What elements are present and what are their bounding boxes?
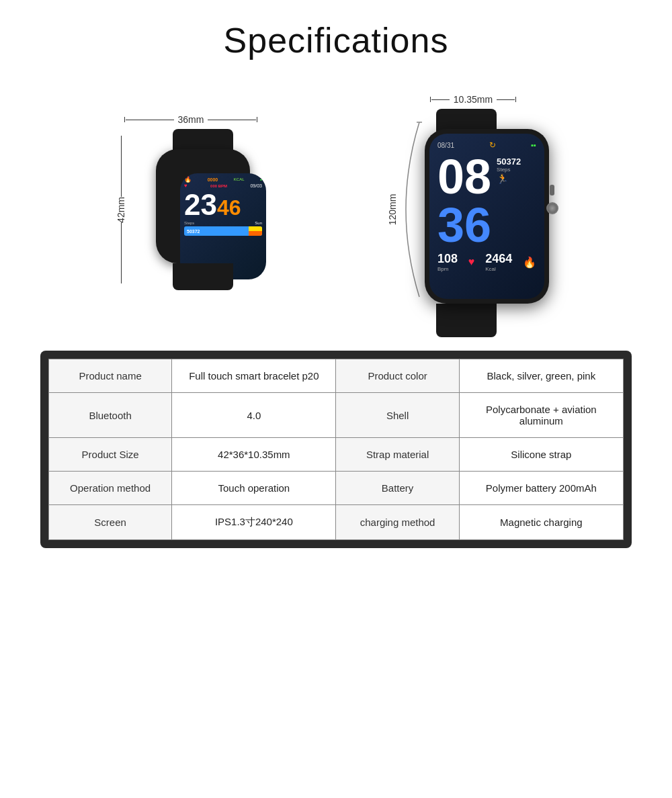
watch-front: 🔥 0000 KCAL ▪ ♥ 000 BPM 09/03 [136,129,270,290]
yellow-bar [249,226,262,236]
screen-row1: 🔥 0000 KCAL ▪ [184,176,262,183]
kcal-stat: 2464 Kcal [485,252,512,272]
spec-label-1: Product Size [49,438,172,472]
run-icon: 🏃 [497,173,508,184]
table-row: Operation methodTouch operationBatteryPo… [49,472,624,505]
tick-dr [515,97,516,102]
spec-value-1: 4.0 [172,393,336,438]
specs-table-container: Product nameFull touch smart bracelet p2… [40,351,632,548]
steps-label: Steps [184,221,194,225]
screen-time: 23 46 [184,190,262,220]
tick-right [257,117,257,122]
specs-section: Product nameFull touch smart bracelet p2… [27,351,645,548]
side-status-row: 08/31 ↻ ▪▪ [437,140,536,150]
side-steps-val: 50372 [497,157,521,167]
watch-left-container: 36mm 42mm [112,114,270,290]
table-row: ScreenIPS1.3寸240*240charging methodMagne… [49,505,624,540]
date-val: 09/03 [250,183,262,188]
battery-icon: ▪ [260,177,262,183]
spec-label-1: Bluetooth [49,393,172,438]
spec-value-2: Silicone strap [459,438,623,472]
side-date: 08/31 [437,142,454,149]
kcal-label: Kcal [485,266,512,272]
watch-with-side-dim: 42mm 🔥 0000 KCAL ▪ [112,129,270,290]
screen-minute: 46 [217,197,241,218]
watch-button [550,185,554,195]
spec-label-2: Battery [336,472,459,505]
screen-hour: 23 [184,190,217,220]
watch-right-container: 10.35mm 120mm [386,94,560,310]
tick-top [121,136,122,141]
spec-label-2: charging method [336,505,459,540]
side-hour-big: 08 [437,152,491,201]
watch-crown [546,202,558,214]
watch-right-wrap: 120mm 08/31 [386,109,560,310]
tick-bottom [121,278,122,283]
width-label: 36mm [174,114,208,125]
heart-big-icon: ♥ [468,256,475,268]
side-stats-col: 50372 Steps 🏃 [491,152,521,185]
side-minute-big: 36 [437,201,491,249]
side-time-row: 08 36 50372 Steps 🏃 [437,152,536,249]
watches-section: 36mm 42mm [27,81,645,324]
dim-width: 36mm [124,114,258,125]
side-hours-col: 08 36 [437,152,491,249]
specs-table: Product nameFull touch smart bracelet p2… [48,359,624,540]
screen-steps-row: Steps Sun [184,221,262,225]
height-label: 42mm [112,197,130,223]
kcal-big: 2464 [485,252,512,266]
side-steps-stat: 50372 Steps 🏃 [497,157,521,185]
side-battery: ▪▪ [531,141,536,149]
spec-value-2: Black, silver, green, pink [459,359,623,393]
watch-screen-right: 08/31 ↻ ▪▪ 08 36 5037 [429,134,544,299]
dim-height: 42mm [112,136,130,283]
dim-line-d1 [431,99,450,100]
tick-dl [430,97,431,102]
page-title: Specifications [27,20,645,60]
dim-line-top2 [208,120,256,120]
calories-val: 0000 [208,177,218,182]
table-row: Product nameFull touch smart bracelet p2… [49,359,624,393]
spec-label-2: Strap material [336,438,459,472]
watch-side: 120mm 08/31 [386,109,560,310]
band-length-label: 120mm [387,194,398,226]
dim-line-left2 [121,222,122,278]
fire-icon: 🔥 [184,176,192,183]
kcal-label: KCAL [234,177,245,181]
bpm-big: 108 [437,252,458,266]
spec-value-1: Touch operation [172,472,336,505]
side-steps-label: Steps [497,167,521,173]
spec-value-1: 42*36*10.35mm [172,438,336,472]
side-sync-icon: ↻ [489,140,496,150]
dim-line-left [121,141,122,197]
spec-label-1: Screen [49,505,172,540]
steps-count: 50372 [187,229,200,234]
watch-band-bottom [173,263,233,290]
flame-icon: 🔥 [523,256,536,269]
spec-value-2: Polycarbonate + aviation aluminum [459,393,623,438]
spec-label-2: Shell [336,393,459,438]
spec-label-1: Product name [49,359,172,393]
spec-value-1: Full touch smart bracelet p20 [172,359,336,393]
band-bottom-right [436,304,497,337]
spec-value-1: IPS1.3寸240*240 [172,505,336,540]
title-section: Specifications [27,20,645,60]
tick-left [124,117,125,122]
spec-value-2: Polymer battery 200mAh [459,472,623,505]
dim-line-d2 [497,99,515,100]
screen-progress: 50372 [184,226,262,236]
table-row: Product Size42*36*10.35mmStrap materialS… [49,438,624,472]
watch-body-front: 🔥 0000 KCAL ▪ ♥ 000 BPM 09/03 [156,149,250,263]
spec-label-1: Operation method [49,472,172,505]
spec-label-2: Product color [336,359,459,393]
page-container: Specifications 36mm 42mm [0,0,672,568]
day-label: Sun [255,221,262,225]
bpm-val: 000 BPM [210,184,227,188]
bpm-label: Bpm [437,266,458,272]
spec-value-2: Magnetic charging [459,505,623,540]
bpm-stat: 108 Bpm [437,252,458,272]
dim-line-top [126,120,174,120]
depth-label: 10.35mm [450,94,497,105]
table-row: Bluetooth4.0ShellPolycarbonate + aviatio… [49,393,624,438]
dim-depth: 10.35mm [429,94,517,105]
